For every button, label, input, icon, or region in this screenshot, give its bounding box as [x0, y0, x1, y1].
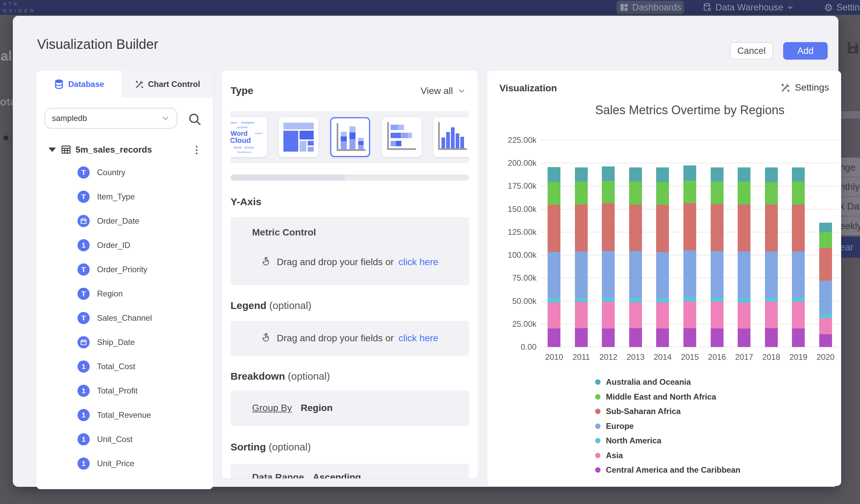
nav-dashboards[interactable]: Dashboards — [617, 1, 684, 14]
bar-segment[interactable] — [738, 168, 750, 182]
bar-segment[interactable] — [738, 182, 750, 204]
chart-type-stacked-bar[interactable] — [382, 117, 421, 157]
bar-segment[interactable] — [548, 303, 560, 329]
bar-segment[interactable] — [656, 168, 669, 182]
field-row-order_id[interactable]: 1Order_ID — [77, 238, 130, 253]
metric-control-dropzone[interactable]: Metric Control Drag and drop your fields… — [230, 217, 469, 285]
bar-segment[interactable] — [738, 303, 750, 329]
field-row-order_priority[interactable]: TOrder_Priority — [77, 262, 147, 277]
bar-segment[interactable] — [792, 329, 805, 347]
click-here-link[interactable]: click here — [398, 333, 438, 344]
field-row-total_cost[interactable]: 1Total_Cost — [77, 359, 135, 374]
bar-segment[interactable] — [575, 298, 588, 302]
bar-segment[interactable] — [738, 204, 750, 251]
chart-type-column[interactable] — [433, 117, 469, 157]
bar-segment[interactable] — [656, 252, 669, 299]
field-row-region[interactable]: TRegion — [77, 286, 123, 301]
bar-segment[interactable] — [684, 203, 696, 251]
bar-segment[interactable] — [548, 298, 560, 303]
bar-segment[interactable] — [656, 329, 669, 347]
bar-segment[interactable] — [765, 204, 778, 251]
bar-segment[interactable] — [548, 167, 560, 182]
field-row-total_profit[interactable]: 1Total_Profit — [77, 384, 138, 398]
bar-segment[interactable] — [602, 167, 615, 181]
bar-segment[interactable] — [548, 182, 560, 205]
field-row-sales_channel[interactable]: TSales_Channel — [77, 311, 152, 326]
bar-segment[interactable] — [656, 182, 669, 205]
bar-segment[interactable] — [548, 205, 560, 252]
bar-segment[interactable] — [575, 251, 588, 298]
group-by-card[interactable]: Group By Region — [230, 390, 469, 426]
bar-segment[interactable] — [711, 251, 723, 298]
bar-segment[interactable] — [656, 205, 669, 252]
bar-segment[interactable] — [575, 182, 588, 204]
bar-segment[interactable] — [819, 314, 832, 318]
bar-segment[interactable] — [656, 298, 669, 302]
search-icon[interactable] — [187, 112, 202, 127]
bar-segment[interactable] — [792, 302, 805, 329]
bar-segment[interactable] — [819, 232, 832, 248]
bar-segment[interactable] — [765, 328, 778, 347]
bar-segment[interactable] — [548, 329, 560, 347]
bar-segment[interactable] — [684, 297, 696, 302]
bar-segment[interactable] — [738, 298, 750, 303]
bar-segment[interactable] — [602, 329, 615, 347]
chart-type-scrollbar[interactable] — [230, 174, 469, 181]
chart-type-word-cloud[interactable]: iness AnalyticskeyDataWordCloudreportBui… — [230, 117, 267, 157]
bar-segment[interactable] — [629, 168, 642, 182]
bar-segment[interactable] — [684, 250, 696, 297]
tab-database[interactable]: Database — [37, 71, 121, 98]
bar-segment[interactable] — [575, 168, 588, 182]
bar-segment[interactable] — [711, 298, 723, 302]
bar-segment[interactable] — [684, 302, 696, 328]
bar-segment[interactable] — [819, 248, 832, 280]
bar-segment[interactable] — [711, 302, 723, 329]
bar-segment[interactable] — [629, 303, 642, 328]
group-by-label[interactable]: Group By — [252, 403, 292, 413]
bar-segment[interactable] — [575, 328, 588, 347]
sorting-card[interactable]: Data Range Ascending — [230, 464, 469, 478]
sorting-direction-value[interactable]: Ascending — [313, 472, 361, 478]
bar-segment[interactable] — [711, 329, 723, 347]
bar-segment[interactable] — [602, 181, 615, 203]
bar-segment[interactable] — [711, 168, 723, 182]
database-select[interactable]: sampledb — [44, 108, 177, 129]
bar-segment[interactable] — [629, 204, 642, 251]
bar-segment[interactable] — [602, 302, 615, 329]
view-all-button[interactable]: View all — [420, 86, 466, 96]
field-row-country[interactable]: TCountry — [77, 165, 125, 180]
tab-chart-control[interactable]: Chart Control — [121, 71, 213, 98]
field-row-order_date[interactable]: Order_Date — [77, 214, 139, 228]
bar-segment[interactable] — [765, 302, 778, 328]
bar-segment[interactable] — [629, 328, 642, 347]
bar-segment[interactable] — [792, 251, 805, 297]
cancel-button[interactable]: Cancel — [730, 42, 773, 60]
bar-segment[interactable] — [602, 203, 615, 251]
bar-segment[interactable] — [819, 223, 832, 232]
click-here-link[interactable]: click here — [398, 257, 438, 268]
bar-segment[interactable] — [684, 165, 696, 181]
bar-segment[interactable] — [792, 168, 805, 182]
bar-segment[interactable] — [602, 298, 615, 302]
field-row-total_revenue[interactable]: 1Total_Revenue — [77, 408, 151, 422]
bar-segment[interactable] — [629, 251, 642, 298]
chart-type-treemap[interactable] — [279, 117, 318, 157]
add-button[interactable]: Add — [783, 42, 828, 60]
field-row-unit_cost[interactable]: 1Unit_Cost — [77, 432, 132, 447]
bar-segment[interactable] — [548, 252, 560, 298]
field-row-ship_date[interactable]: Ship_Date — [77, 335, 135, 350]
kebab-menu-icon[interactable] — [191, 144, 202, 156]
bar-segment[interactable] — [575, 302, 588, 328]
bar-segment[interactable] — [629, 298, 642, 303]
field-row-unit_price[interactable]: 1Unit_Price — [77, 456, 134, 471]
bar-segment[interactable] — [738, 329, 750, 347]
table-tree-header[interactable]: 5m_sales_records — [44, 142, 205, 157]
field-row-item_type[interactable]: TItem_Type — [77, 189, 135, 204]
legend-dropzone[interactable]: Drag and drop your fields or click here — [230, 321, 469, 356]
bar-segment[interactable] — [602, 251, 615, 298]
bar-segment[interactable] — [684, 181, 696, 203]
sorting-field-label[interactable]: Data Range — [252, 472, 304, 478]
visualization-settings-button[interactable]: Settings — [780, 82, 829, 93]
bar-segment[interactable] — [765, 298, 778, 302]
bar-segment[interactable] — [575, 204, 588, 251]
